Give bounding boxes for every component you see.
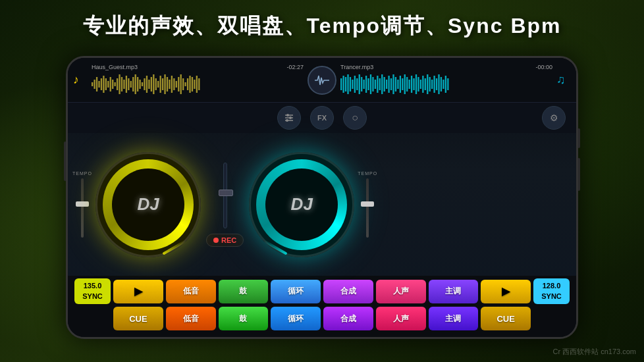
svg-rect-7 (107, 81, 109, 88)
svg-rect-70 (390, 78, 392, 90)
cue-button-left[interactable]: CUE (113, 307, 163, 330)
svg-point-97 (286, 114, 289, 116)
loop-button-1[interactable]: 循环 (271, 280, 321, 303)
play-button-left[interactable]: ▶ (113, 280, 163, 303)
svg-point-101 (286, 119, 288, 122)
tempo-label-right: TEMPO (358, 171, 377, 176)
vocal-button-2[interactable]: 人声 (376, 307, 426, 330)
svg-rect-56 (359, 74, 360, 94)
track-name-left: Haus_Guest.mp3 (92, 64, 138, 70)
play-button-right[interactable]: ▶ (481, 280, 531, 303)
button-row-1: 135.0 SYNC ▶ 低音 鼓 循环 合成 人声 主调 ▶ 128.0 SY… (74, 278, 570, 304)
loop-button-2[interactable]: 循环 (271, 307, 321, 330)
svg-rect-12 (119, 74, 120, 94)
music-icon-left: ♪ (73, 73, 88, 87)
rec-button[interactable]: REC (206, 234, 244, 247)
svg-rect-36 (173, 78, 174, 90)
key-button-1[interactable]: 主调 (429, 280, 479, 303)
svg-rect-86 (427, 74, 428, 94)
svg-rect-73 (397, 80, 398, 89)
slider-track-right[interactable] (366, 178, 369, 238)
svg-rect-0 (92, 82, 93, 86)
bass-button-2[interactable]: 低音 (166, 307, 216, 330)
svg-rect-13 (121, 77, 122, 91)
svg-rect-74 (400, 76, 401, 93)
rec-indicator (213, 238, 219, 243)
svg-rect-1 (94, 80, 95, 89)
svg-rect-81 (416, 74, 417, 94)
watermark: Cr 西西软件站 cn173.com (552, 347, 636, 357)
buttons-area: 135.0 SYNC ▶ 低音 鼓 循环 合成 人声 主调 ▶ 128.0 SY… (68, 276, 576, 337)
svg-rect-4 (101, 78, 102, 90)
bass-button-1[interactable]: 低音 (166, 280, 216, 303)
svg-rect-20 (137, 77, 138, 91)
tempo-value-right: 128.0 (540, 281, 563, 291)
svg-rect-68 (386, 80, 387, 89)
button-row-2: CUE 低音 鼓 循环 合成 人声 主调 CUE (74, 307, 570, 330)
slider-handle-right[interactable] (361, 201, 374, 207)
track-name-right: Trancer.mp3 (340, 64, 373, 70)
slider-track-left[interactable] (81, 178, 84, 238)
svg-rect-30 (160, 76, 161, 93)
turntable-right[interactable]: DJ (249, 152, 354, 257)
svg-rect-16 (128, 78, 129, 90)
page-title: 专业的声效、双唱盘、Tempo调节、Sync Bpm (0, 12, 644, 41)
vocal-button-1[interactable]: 人声 (376, 280, 426, 303)
heartbeat-button[interactable] (308, 66, 336, 95)
svg-rect-23 (144, 78, 145, 90)
loop-button[interactable]: ○ (343, 106, 367, 130)
dj-area: TEMPO DJ REC (68, 133, 576, 276)
synth-button-2[interactable]: 合成 (323, 307, 373, 330)
drum-button-2[interactable]: 鼓 (219, 307, 269, 330)
svg-rect-9 (112, 80, 113, 89)
svg-rect-55 (356, 78, 358, 90)
crossfader[interactable] (223, 163, 227, 228)
track-time-left: -02:27 (286, 64, 304, 70)
tempo-display-left: 135.0 SYNC (74, 278, 111, 304)
svg-rect-39 (180, 74, 182, 94)
svg-rect-62 (372, 77, 373, 91)
fx-button[interactable]: FX (310, 106, 334, 130)
svg-rect-37 (176, 81, 177, 88)
svg-rect-66 (381, 74, 383, 94)
phone-frame: ♪ Haus_Guest.mp3 -02:27 (66, 56, 578, 339)
svg-rect-64 (377, 76, 378, 93)
tempo-value-left: 135.0 (81, 281, 104, 291)
svg-rect-28 (155, 78, 157, 90)
turntable-left[interactable]: DJ (95, 152, 201, 257)
svg-rect-29 (157, 81, 159, 88)
crossfader-knob[interactable] (219, 190, 233, 196)
svg-rect-3 (98, 81, 99, 88)
waveform-bar: ♪ Haus_Guest.mp3 -02:27 (68, 58, 576, 103)
svg-rect-48 (340, 78, 342, 90)
synth-button-1[interactable]: 合成 (323, 280, 373, 303)
svg-rect-79 (411, 76, 412, 93)
svg-rect-41 (184, 82, 186, 86)
svg-rect-75 (402, 78, 403, 90)
svg-rect-72 (395, 77, 396, 91)
svg-rect-83 (420, 80, 421, 89)
turntable-label-right: DJ (251, 154, 352, 255)
svg-rect-31 (162, 78, 163, 90)
svg-rect-85 (425, 78, 426, 90)
sync-label-right: SYNC (540, 292, 563, 301)
svg-rect-71 (392, 74, 394, 94)
svg-rect-89 (433, 76, 435, 93)
key-button-2[interactable]: 主调 (429, 307, 479, 330)
slider-handle-left[interactable] (76, 201, 89, 207)
svg-rect-6 (105, 78, 107, 90)
drum-button-1[interactable]: 鼓 (219, 280, 269, 303)
sync-label-left: SYNC (81, 292, 104, 301)
gear-button[interactable]: ⚙ (542, 106, 566, 130)
eq-button[interactable] (277, 106, 301, 130)
cue-button-right[interactable]: CUE (481, 307, 531, 330)
svg-rect-17 (130, 81, 132, 88)
svg-rect-50 (345, 77, 346, 91)
svg-point-99 (289, 116, 292, 119)
svg-rect-43 (189, 76, 190, 93)
svg-rect-63 (375, 80, 376, 89)
svg-rect-77 (406, 77, 408, 91)
tempo-label-left: TEMPO (72, 171, 92, 176)
svg-rect-65 (379, 78, 381, 90)
svg-rect-93 (443, 80, 444, 89)
